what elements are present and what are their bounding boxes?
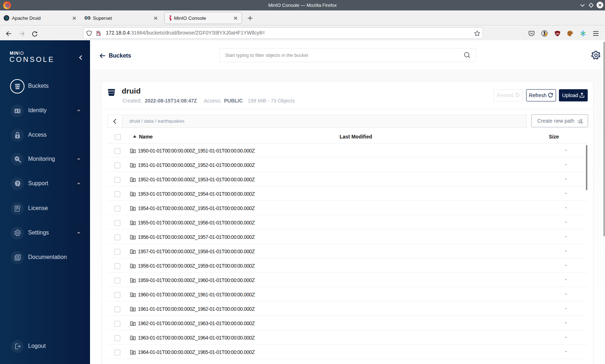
svg-text:UO: UO [556,32,559,35]
